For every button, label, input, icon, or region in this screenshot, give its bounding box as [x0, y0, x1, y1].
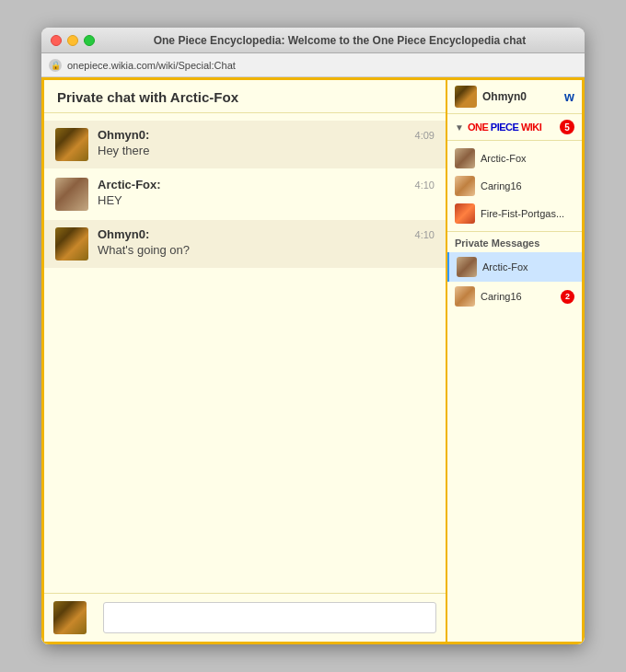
- sidebar-username-label: Caring16: [481, 180, 522, 191]
- message-input[interactable]: [103, 602, 436, 633]
- traffic-lights: [51, 35, 95, 46]
- table-row: Ohmyn0: 4:10 What's going on?: [44, 220, 446, 268]
- titlebar: One Piece Encyclopedia: Welcome to the O…: [41, 28, 585, 53]
- message-username: Ohmyn0:: [98, 227, 149, 241]
- list-item[interactable]: Caring16: [447, 172, 582, 200]
- list-item[interactable]: Arctic-Fox: [447, 252, 582, 282]
- chat-messages[interactable]: Ohmyn0: 4:09 Hey there Arctic-Fox: 4:10: [44, 113, 446, 593]
- message-content: Arctic-Fox: 4:10 HEY: [98, 178, 435, 207]
- content-area: Private chat with Arctic-Fox Ohmyn0: 4:0…: [41, 77, 585, 644]
- message-time: 4:10: [415, 180, 435, 191]
- window-title: One Piece Encyclopedia: Welcome to the O…: [104, 34, 575, 47]
- maximize-button[interactable]: [84, 35, 95, 46]
- security-icon: 🔒: [49, 59, 62, 72]
- sidebar-current-user: Ohmyn0: [482, 90, 527, 103]
- avatar: [455, 203, 475, 224]
- sidebar-username-label: Fire-Fist-Portgas...: [481, 208, 564, 219]
- avatar: [55, 128, 88, 161]
- message-content: Ohmyn0: 4:09 Hey there: [98, 128, 435, 157]
- avatar: [457, 257, 477, 277]
- sidebar-current-avatar: [455, 86, 477, 108]
- user-avatar: [53, 601, 87, 634]
- chat-header: Private chat with Arctic-Fox: [44, 80, 446, 113]
- browser-window: One Piece Encyclopedia: Welcome to the O…: [41, 28, 585, 644]
- message-time: 4:09: [415, 130, 435, 141]
- sidebar-username-label: Arctic-Fox: [481, 153, 527, 164]
- sidebar-header: Ohmyn0 w: [447, 80, 582, 114]
- sidebar: Ohmyn0 w ▼ ONE PIECE WIKI 5 Arctic-Fox: [446, 80, 582, 642]
- list-item[interactable]: Caring16 2: [447, 282, 582, 311]
- table-row: Arctic-Fox: 4:10 HEY: [44, 170, 446, 218]
- address-url: onepiece.wikia.com/wiki/Special:Chat: [67, 60, 236, 71]
- sidebar-user-info: Ohmyn0: [455, 86, 527, 108]
- chat-input-area: [44, 593, 446, 642]
- message-header: Ohmyn0: 4:09: [98, 128, 435, 142]
- avatar: [455, 286, 475, 307]
- list-item[interactable]: Arctic-Fox: [447, 145, 582, 172]
- table-row: Ohmyn0: 4:09 Hey there: [44, 121, 446, 168]
- wiki-logo-section[interactable]: ▼ ONE PIECE WIKI 5: [447, 114, 582, 141]
- addressbar: 🔒 onepiece.wikia.com/wiki/Special:Chat: [41, 53, 585, 77]
- close-button[interactable]: [51, 35, 62, 46]
- avatar: [55, 178, 88, 211]
- pm-username-label: Arctic-Fox: [482, 261, 528, 272]
- avatar: [455, 148, 475, 168]
- avatar: [455, 176, 475, 196]
- wikia-button[interactable]: w: [564, 89, 574, 104]
- avatar: [55, 227, 88, 261]
- dropdown-arrow-icon: ▼: [455, 122, 464, 133]
- message-text: What's going on?: [98, 243, 435, 257]
- message-username: Arctic-Fox:: [98, 178, 161, 191]
- sidebar-user-list: Arctic-Fox Caring16 Fire-Fist-Portgas...: [447, 141, 582, 232]
- private-messages-header: Private Messages: [447, 232, 582, 252]
- chat-panel: Private chat with Arctic-Fox Ohmyn0: 4:0…: [44, 80, 446, 642]
- minimize-button[interactable]: [67, 35, 78, 46]
- wiki-badge: 5: [560, 120, 574, 134]
- message-username: Ohmyn0:: [98, 128, 149, 142]
- message-time: 4:10: [415, 229, 435, 240]
- message-text: Hey there: [98, 144, 435, 157]
- wiki-logo: ONE PIECE WIKI: [468, 122, 541, 133]
- list-item[interactable]: Fire-Fist-Portgas...: [447, 200, 582, 227]
- message-header: Ohmyn0: 4:10: [98, 227, 435, 241]
- message-header: Arctic-Fox: 4:10: [98, 178, 435, 191]
- pm-username-label: Caring16: [481, 291, 522, 302]
- message-content: Ohmyn0: 4:10 What's going on?: [98, 227, 435, 257]
- unread-badge: 2: [561, 290, 574, 304]
- message-text: HEY: [98, 193, 435, 207]
